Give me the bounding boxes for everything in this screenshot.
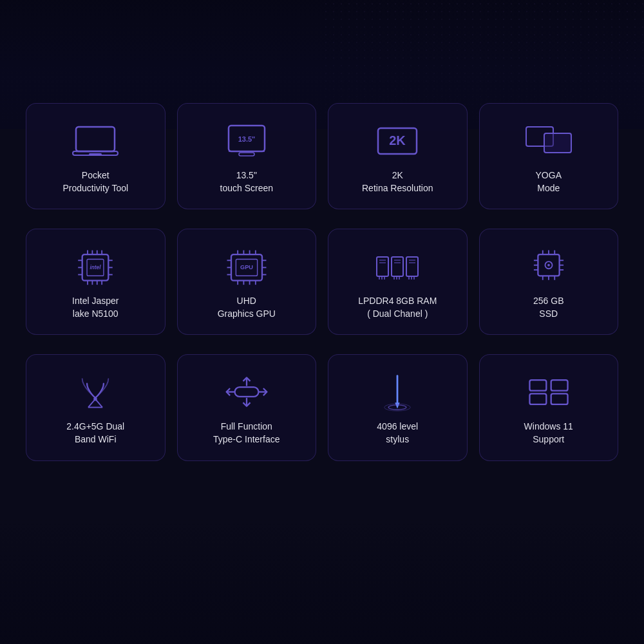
svg-rect-11: [544, 133, 571, 153]
card-wifi: 2.4G+5G Dual Band WiFi: [26, 354, 166, 460]
card-stylus: 4096 level stylus: [328, 354, 468, 460]
stylus-icon: [372, 373, 423, 412]
feature-row-2: intel Intel Jasper lake N5100: [26, 229, 618, 335]
card-gpu: GPU UHD Graphics GPU: [177, 229, 317, 335]
card-ram: LPDDR4 8GB RAM ( Dual Chanel ): [328, 229, 468, 335]
card-label-ssd: 256 GB SSD: [533, 295, 564, 320]
main-content: Pocket Productivity Tool 13.5" 13.5" tou…: [0, 0, 644, 480]
svg-rect-92: [529, 380, 546, 391]
ram-icon: [372, 247, 423, 286]
svg-rect-0: [76, 127, 115, 151]
svg-rect-6: [239, 153, 254, 156]
card-label-ram: LPDDR4 8GB RAM ( Dual Chanel ): [358, 295, 437, 320]
wifi-icon: [70, 373, 121, 412]
svg-text:GPU: GPU: [240, 264, 253, 270]
svg-text:2K: 2K: [389, 133, 406, 147]
typec-icon: [221, 373, 272, 412]
card-ssd: 256 GB SSD: [479, 229, 619, 335]
laptop-icon: [70, 122, 121, 160]
card-label-typec: Full Function Type-C Interface: [213, 421, 280, 446]
svg-rect-94: [529, 394, 546, 405]
card-label-windows: Windows 11 Support: [524, 421, 573, 446]
card-touch-screen: 13.5" 13.5" touch Screen: [177, 103, 317, 209]
svg-rect-93: [551, 380, 567, 391]
card-label-yoga: YOGA Mode: [536, 169, 562, 194]
card-yoga: YOGA Mode: [479, 103, 619, 209]
card-windows11: Windows 11 Support: [479, 354, 619, 460]
feature-row-3: 2.4G+5G Dual Band WiFi: [26, 354, 618, 460]
ssd-icon: [523, 247, 574, 286]
card-label-2k: 2K Retina Resolution: [362, 169, 433, 194]
svg-text:intel: intel: [90, 264, 102, 270]
feature-row-1: Pocket Productivity Tool 13.5" 13.5" tou…: [26, 103, 618, 209]
gpu-icon: GPU: [221, 247, 272, 286]
yoga-icon: [523, 122, 574, 160]
card-label-screen: 13.5" touch Screen: [220, 169, 274, 194]
windows-icon: [523, 373, 574, 412]
svg-rect-3: [89, 153, 102, 155]
2k-icon: 2K: [372, 122, 423, 160]
card-label-intel: Intel Jasper lake N5100: [72, 295, 118, 320]
screen-icon: 13.5": [221, 122, 272, 160]
background-bottom: [0, 515, 644, 644]
svg-point-78: [547, 264, 550, 267]
svg-line-82: [95, 399, 102, 408]
card-intel: intel Intel Jasper lake N5100: [26, 229, 166, 335]
svg-rect-85: [234, 388, 258, 397]
card-pocket-productivity: Pocket Productivity Tool: [26, 103, 166, 209]
svg-text:13.5": 13.5": [238, 135, 255, 143]
svg-line-81: [88, 399, 95, 408]
svg-rect-95: [551, 394, 567, 405]
card-label-wifi: 2.4G+5G Dual Band WiFi: [66, 421, 124, 446]
card-label-gpu: UHD Graphics GPU: [218, 295, 276, 320]
card-label-stylus: 4096 level stylus: [377, 421, 418, 446]
card-typec: Full Function Type-C Interface: [177, 354, 317, 460]
intel-icon: intel: [70, 247, 121, 286]
card-label-pocket: Pocket Productivity Tool: [62, 169, 128, 194]
card-retina: 2K 2K Retina Resolution: [328, 103, 468, 209]
